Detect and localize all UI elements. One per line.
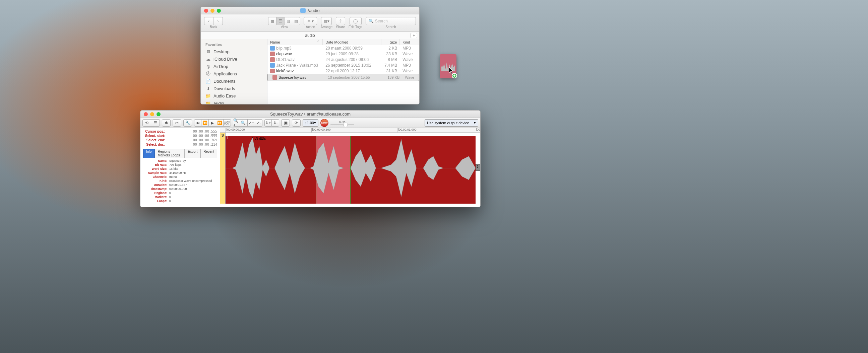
ruler-tick: |00:00:01.000	[397, 128, 416, 133]
file-name: blip.mp3	[276, 46, 291, 51]
play-button[interactable]: ▶	[209, 119, 216, 127]
rewind-button[interactable]: ⏪	[202, 119, 209, 127]
info-value: mono	[169, 175, 177, 179]
col-name[interactable]: Name⌃	[268, 39, 323, 45]
back-button[interactable]: ‹	[204, 17, 214, 25]
forward-button[interactable]: ›	[214, 17, 223, 25]
ruler-tick: |00:00:00.500	[311, 128, 331, 133]
file-date: 24 augustus 2007 09:06	[323, 57, 381, 62]
doc-icon: 📄	[206, 78, 211, 84]
side-tab[interactable]: Recent	[200, 149, 217, 158]
zoom-button[interactable]	[156, 112, 160, 116]
file-row[interactable]: clap.wav 29 juni 2009 09:28 33 KB Wave	[268, 51, 419, 57]
zoom-button[interactable]	[217, 9, 221, 13]
undo-button[interactable]: ⟲	[143, 119, 151, 127]
file-icon	[270, 46, 275, 51]
icon-view-button[interactable]: ▦	[268, 17, 276, 25]
gain-slider[interactable]	[331, 124, 354, 125]
side-tab[interactable]: Info	[143, 149, 155, 158]
stop-button[interactable]: STOP	[320, 119, 329, 127]
file-name: DLS1.wav	[276, 57, 294, 62]
sidebar-item-label: Downloads	[214, 86, 235, 91]
timecode-label: Select. dur.:	[143, 142, 167, 147]
snap-button[interactable]: ✱	[162, 119, 170, 127]
trim-button[interactable]: ✂	[173, 119, 181, 127]
zoom-out-button[interactable]: 🔍-	[240, 119, 248, 127]
side-tab[interactable]: Export	[185, 149, 200, 158]
time-ruler[interactable]: |00:00:00.000|00:00:00.500|00:00:01.000|…	[220, 128, 480, 133]
output-device-select[interactable]: Use system output device▾	[425, 119, 478, 127]
file-name: kick8.wav	[276, 69, 293, 73]
file-row[interactable]: SqueezeToy.wav 10 september 2007 15:55 1…	[268, 74, 419, 81]
timecode-label: Select. start:	[143, 134, 167, 138]
traffic-lights	[141, 112, 160, 116]
action-menu[interactable]: ✻ ▾	[304, 17, 317, 25]
search-icon: 🔍	[369, 19, 374, 24]
sidebar-item[interactable]: 📁Audio Ease	[201, 92, 267, 99]
loop-button[interactable]: ⟳	[292, 119, 301, 127]
timecode-label: Select. end:	[143, 138, 167, 142]
ffwd-button[interactable]: ⏩	[216, 119, 223, 127]
zoom-in-button[interactable]: 🔍+	[233, 119, 240, 127]
add-path-button[interactable]: +	[410, 33, 417, 38]
minimize-button[interactable]	[150, 112, 154, 116]
sidebar-item[interactable]: ⬇Downloads	[201, 85, 267, 92]
list-view-button[interactable]: ☰	[276, 17, 284, 25]
coverflow-view-button[interactable]: ▤	[292, 17, 300, 25]
path-segment[interactable]: audio	[305, 33, 315, 38]
zoom-sel-out-button[interactable]: ⤢-	[255, 119, 262, 127]
close-button[interactable]	[204, 9, 208, 13]
file-icon	[270, 52, 275, 56]
file-row[interactable]: DLS1.wav 24 augustus 2007 09:06 8 MB Wav…	[268, 57, 419, 62]
arrange-menu[interactable]: ▦▾	[321, 17, 332, 25]
file-date: 10 september 2007 15:55	[325, 75, 384, 80]
zoom-vert-in-button[interactable]: ⇕+	[265, 119, 272, 127]
autoplay-button[interactable]: AUTOPLAY	[223, 119, 231, 127]
info-value: 0	[169, 191, 171, 195]
zoom-vert-out-button[interactable]: ⇕-	[272, 119, 279, 127]
zoom-sel-in-button[interactable]: ⤢+	[248, 119, 255, 127]
sidebar-item[interactable]: 🖥Desktop	[201, 48, 267, 55]
back-label: Back	[210, 25, 217, 29]
track-label[interactable]: S	[220, 133, 225, 204]
close-button[interactable]	[144, 112, 148, 116]
vertical-zoom-handle[interactable]: ⇕	[475, 164, 480, 171]
history-button[interactable]: ☰	[151, 119, 160, 127]
finder-toolbar: ‹ › Back ▦ ☰ ▥ ▤ View ✻ ▾ Action ▦▾ Arra…	[201, 14, 419, 32]
col-date[interactable]: Date Modified	[323, 39, 381, 45]
sidebar-item[interactable]: 📄Documents	[201, 77, 267, 85]
minimize-button[interactable]	[211, 9, 215, 13]
file-row[interactable]: kick8.wav 22 april 2009 13:17 31 KB Wave	[268, 68, 419, 74]
sidebar-item[interactable]: ⒶApplications	[201, 70, 267, 77]
sidebar-item[interactable]: ☁iCloud Drive	[201, 55, 267, 63]
sidebar-item[interactable]: 📁audio	[201, 99, 267, 104]
col-size[interactable]: Size	[381, 39, 400, 45]
sidebar-item[interactable]: ◎AirDrop	[201, 63, 267, 70]
finder-titlebar[interactable]: /audio	[201, 7, 419, 14]
title-path: /audio	[308, 8, 319, 13]
file-kind: MP3	[400, 63, 419, 68]
sidebar-item-label: AirDrop	[214, 64, 228, 69]
waveform-area[interactable]: |00:00:00.000|00:00:00.500|00:00:01.000|…	[220, 128, 480, 207]
view-switcher[interactable]: ▦ ☰ ▥ ▤	[268, 17, 300, 25]
editor-titlebar[interactable]: SqueezeToy.wav • aram@audioease.com	[141, 110, 480, 118]
column-view-button[interactable]: ▥	[284, 17, 292, 25]
info-value: 00:00:00.000	[169, 187, 187, 191]
file-row[interactable]: blip.mp3 20 maart 2008 09:59 2 KB MP3	[268, 45, 419, 51]
share-button[interactable]: ⇧	[336, 17, 345, 25]
speed-field[interactable]: ↕ 1.00 ▾	[303, 119, 318, 127]
arrange-label: Arrange	[320, 25, 333, 29]
tools-button[interactable]: 🔧	[183, 119, 192, 127]
waveform-track[interactable]: 1 -1.89 dBfs	[225, 136, 475, 204]
rtz-button[interactable]: ⏮	[194, 119, 202, 127]
fit-button[interactable]: ▣	[281, 119, 290, 127]
search-field[interactable]: 🔍 Search	[366, 17, 416, 25]
file-row[interactable]: Jack Plane - Walls.mp3 26 september 2015…	[268, 62, 419, 68]
info-value: 706 kbps	[169, 163, 182, 167]
timecode-row: Select. start:00:00:00.555	[143, 134, 217, 138]
col-kind[interactable]: Kind	[400, 39, 419, 45]
side-tab[interactable]: Regions Markers Loops	[155, 149, 185, 158]
tags-button[interactable]: ◯	[349, 17, 362, 25]
waveform-icon	[225, 136, 475, 200]
side-tabs: InfoRegions Markers LoopsExportRecent	[143, 149, 217, 158]
